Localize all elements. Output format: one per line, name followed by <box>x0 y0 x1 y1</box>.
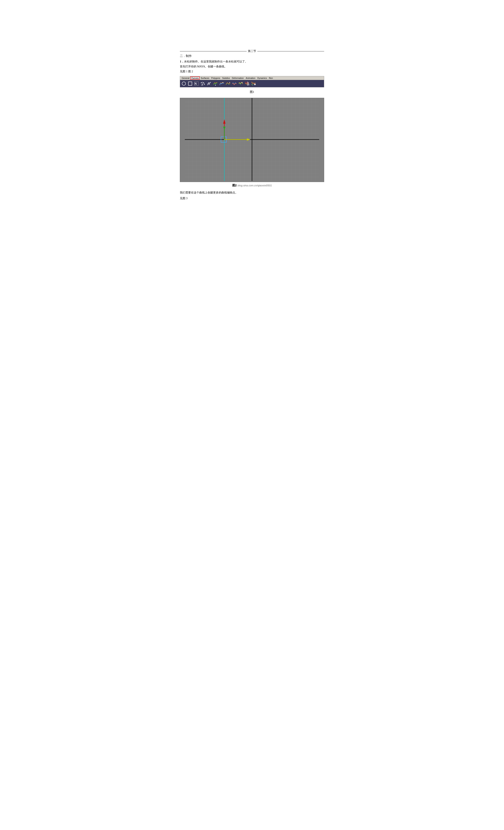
svg-point-10 <box>215 85 216 86</box>
section-divider: 第二节 <box>180 50 324 53</box>
curve-tool3[interactable] <box>225 81 231 86</box>
menu-dynamics[interactable]: Dynamics <box>256 76 268 79</box>
fig2-number-label: 图2 <box>232 184 237 187</box>
ep-curve-tool[interactable] <box>200 81 206 86</box>
viewport-container <box>180 98 324 182</box>
see-fig1: 见图 1 图 2 <box>180 69 324 74</box>
wave-tool1[interactable] <box>231 81 238 86</box>
viewport-image <box>180 98 324 182</box>
menu-polygons[interactable]: Polygons <box>210 76 221 79</box>
svg-rect-1 <box>188 82 192 85</box>
arc-tool2[interactable] <box>219 81 225 86</box>
menu-render[interactable]: Ren <box>268 76 274 79</box>
svg-point-0 <box>182 82 186 85</box>
maya-tools-row: N <box>180 80 324 87</box>
fig2-source: blog.sina.com.cn/qiaoxixi0501 <box>238 184 272 187</box>
fig1-label: 图1 <box>180 90 324 94</box>
pencil-tool[interactable] <box>206 81 212 86</box>
fig2-label: 图2 blog.sina.com.cn/qiaoxixi0501 <box>180 184 324 187</box>
square-tool[interactable] <box>187 81 193 86</box>
maya-menu-bar: General Curves Surfaces Polygons Subdivs… <box>180 76 324 80</box>
top-space <box>180 4 324 47</box>
svg-point-5 <box>202 84 203 85</box>
wave-tool2[interactable] <box>238 81 244 86</box>
circle-tool[interactable] <box>181 81 187 86</box>
extra-curve-tool[interactable] <box>250 81 256 86</box>
divider-text: 第二节 <box>247 50 257 53</box>
bottom-text-line2: 见图 3 <box>180 196 324 201</box>
arc-tool1[interactable] <box>213 81 218 86</box>
svg-text:✕: ✕ <box>248 84 249 86</box>
menu-surfaces[interactable]: Surfaces <box>200 76 210 79</box>
viewport-svg <box>180 98 324 181</box>
menu-subdivs[interactable]: Subdivs <box>221 76 231 79</box>
svg-rect-8 <box>201 85 203 86</box>
section-title: 二．制作 <box>180 54 324 58</box>
menu-deformation[interactable]: Deformation <box>231 76 245 79</box>
svg-text:N: N <box>194 82 197 85</box>
cv-curve-tool[interactable]: N <box>193 81 199 86</box>
bottom-text-line1: 我们需要在这个曲线上创建更多的曲线编辑点。 <box>180 190 324 195</box>
step1-line2: 首先打开你的 MAYA。创建一条曲线。 <box>180 64 324 69</box>
menu-curves[interactable]: Curves <box>190 76 200 79</box>
maya-toolbar: General Curves Surfaces Polygons Subdivs… <box>180 76 324 87</box>
step1-text: 1．水柱的制作。在这里我就制作出一条水柱就可以了。 <box>180 59 324 64</box>
svg-point-9 <box>209 84 210 85</box>
star-tool[interactable]: ✕ <box>244 81 250 86</box>
menu-animation[interactable]: Animation <box>245 76 256 79</box>
menu-general[interactable]: General <box>181 76 190 79</box>
